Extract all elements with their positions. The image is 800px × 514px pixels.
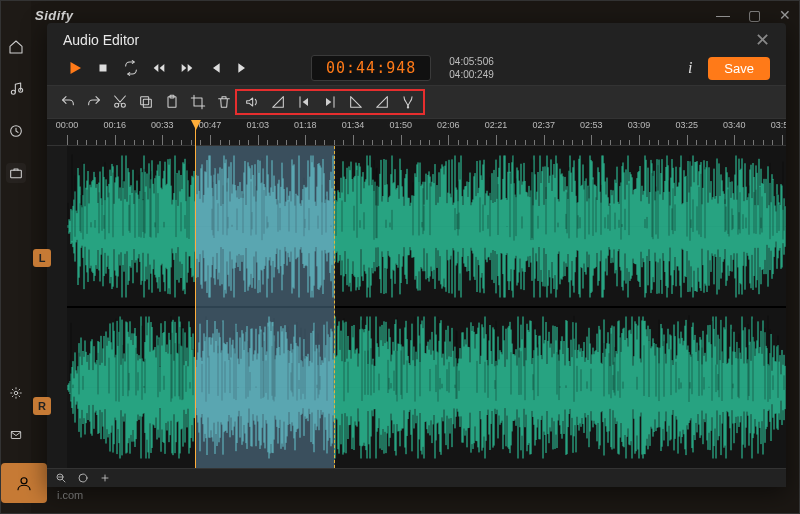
info-button[interactable]: i bbox=[688, 59, 692, 77]
forward-button[interactable] bbox=[175, 56, 199, 80]
svg-rect-10 bbox=[143, 99, 151, 107]
fade-out-right-button[interactable] bbox=[369, 91, 395, 113]
zoom-in-button[interactable] bbox=[97, 470, 113, 486]
audio-editor-panel: Audio Editor ✕ bbox=[47, 23, 786, 487]
paste-button[interactable] bbox=[159, 91, 185, 113]
ruler-label: 00:33 bbox=[151, 120, 174, 130]
ruler-label: 02:53 bbox=[580, 120, 603, 130]
save-button[interactable]: Save bbox=[708, 57, 770, 80]
account-button[interactable] bbox=[1, 463, 47, 503]
zoom-out-button[interactable] bbox=[53, 470, 69, 486]
cut-button[interactable] bbox=[107, 91, 133, 113]
zoom-fit-button[interactable] bbox=[75, 470, 91, 486]
svg-point-0 bbox=[11, 90, 15, 94]
ruler-label: 02:06 bbox=[437, 120, 460, 130]
svg-point-14 bbox=[407, 107, 408, 108]
next-track-button[interactable] bbox=[231, 56, 255, 80]
sidebar-item-toolbox[interactable] bbox=[6, 163, 26, 183]
time-ruler[interactable]: 00:0000:1600:3300:4701:0301:1801:3401:50… bbox=[47, 119, 786, 146]
merge-button[interactable] bbox=[395, 91, 421, 113]
sidebar-item-clock[interactable] bbox=[6, 121, 26, 141]
loop-button[interactable] bbox=[119, 56, 143, 80]
volume-button[interactable] bbox=[239, 91, 265, 113]
effects-highlight-box bbox=[235, 89, 425, 115]
fade-out-left-button[interactable] bbox=[343, 91, 369, 113]
ruler-label: 03:56 bbox=[771, 120, 786, 130]
sidebar-item-settings[interactable] bbox=[6, 383, 26, 403]
editor-title: Audio Editor bbox=[63, 32, 139, 48]
crop-button[interactable] bbox=[185, 91, 211, 113]
ruler-label: 01:03 bbox=[246, 120, 269, 130]
timecode-display: 00:44:948 bbox=[311, 55, 431, 81]
ruler-label: 02:37 bbox=[532, 120, 555, 130]
duration-total: 04:05:506 bbox=[449, 55, 494, 68]
prev-track-button[interactable] bbox=[203, 56, 227, 80]
transport-bar: 00:44:948 04:05:506 04:00:249 i Save bbox=[47, 51, 786, 85]
waveform-canvas[interactable] bbox=[67, 146, 786, 468]
svg-point-4 bbox=[14, 391, 18, 395]
footer-text: i.com bbox=[47, 489, 786, 503]
svg-point-16 bbox=[79, 474, 87, 482]
ruler-label: 00:16 bbox=[103, 120, 126, 130]
window-maximize-icon[interactable]: ▢ bbox=[748, 8, 761, 22]
sidebar bbox=[1, 1, 31, 513]
copy-button[interactable] bbox=[133, 91, 159, 113]
trim-start-button[interactable] bbox=[291, 91, 317, 113]
ruler-label: 00:00 bbox=[56, 120, 79, 130]
duration-remaining: 04:00:249 bbox=[449, 68, 494, 81]
stop-button[interactable] bbox=[91, 56, 115, 80]
ruler-label: 02:21 bbox=[485, 120, 508, 130]
zoom-bar bbox=[47, 468, 786, 487]
ruler-label: 01:34 bbox=[342, 120, 365, 130]
window-minimize-icon[interactable]: — bbox=[716, 8, 730, 22]
fade-in-button[interactable] bbox=[265, 91, 291, 113]
ruler-label: 03:25 bbox=[675, 120, 698, 130]
toolbar bbox=[47, 85, 786, 119]
ruler-label: 03:40 bbox=[723, 120, 746, 130]
playhead[interactable] bbox=[195, 120, 196, 468]
channel-right-badge: R bbox=[33, 397, 51, 415]
svg-point-6 bbox=[21, 478, 27, 484]
delete-button[interactable] bbox=[211, 91, 237, 113]
ruler-label: 01:50 bbox=[389, 120, 412, 130]
close-icon[interactable]: ✕ bbox=[755, 31, 770, 49]
svg-rect-7 bbox=[100, 65, 107, 72]
ruler-label: 03:09 bbox=[628, 120, 651, 130]
ruler-label: 01:18 bbox=[294, 120, 317, 130]
window-close-icon[interactable]: ✕ bbox=[779, 8, 791, 22]
svg-rect-3 bbox=[11, 170, 22, 177]
sidebar-item-mail[interactable] bbox=[6, 425, 26, 445]
svg-rect-11 bbox=[141, 97, 149, 105]
rewind-button[interactable] bbox=[147, 56, 171, 80]
ruler-label: 00:47 bbox=[199, 120, 222, 130]
play-button[interactable] bbox=[63, 56, 87, 80]
trim-end-button[interactable] bbox=[317, 91, 343, 113]
redo-button[interactable] bbox=[81, 91, 107, 113]
channel-left-badge: L bbox=[33, 249, 51, 267]
sidebar-item-home[interactable] bbox=[6, 37, 26, 57]
undo-button[interactable] bbox=[55, 91, 81, 113]
duration-block: 04:05:506 04:00:249 bbox=[449, 55, 494, 81]
waveform-area[interactable]: L R bbox=[47, 146, 786, 468]
brand-name: Sidify bbox=[35, 8, 73, 23]
channel-gutter: L R bbox=[47, 146, 67, 468]
sidebar-item-music[interactable] bbox=[6, 79, 26, 99]
